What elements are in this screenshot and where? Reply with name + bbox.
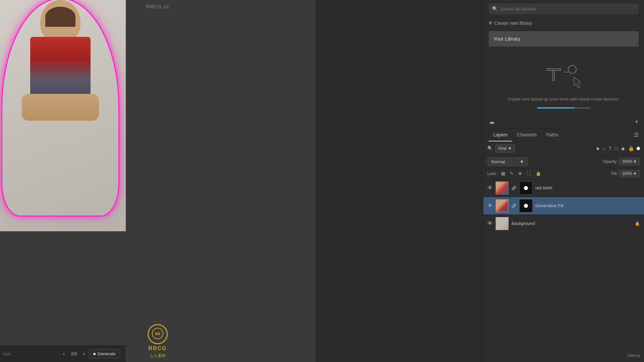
prompt-input[interactable] <box>3 351 59 356</box>
person-photo <box>0 0 126 231</box>
opacity-chevron-icon: ▼ <box>633 159 637 164</box>
more-options-button[interactable]: ... <box>122 349 126 358</box>
visibility-eye-icon[interactable]: 👁 <box>487 185 493 191</box>
fill-value-text: 100% <box>622 171 632 176</box>
search-input[interactable] <box>500 6 635 11</box>
progress-bar-fill <box>537 107 575 109</box>
person-arms <box>22 94 99 121</box>
lock-fill-row: Lock: ▩ ✎ ✥ ⛶ 🔒 Fill: 100% ▼ <box>483 168 644 179</box>
kind-label: Kind <box>498 146 506 151</box>
layer-mask-thumbnail <box>519 199 533 213</box>
fill-control: Fill: 100% ▼ <box>611 170 640 177</box>
layers-list: 👁 🔗 red tshirt 👁 🔗 Generative Fill 👁 Bac… <box>483 179 644 362</box>
create-library-label: Create new library <box>494 20 533 26</box>
blend-mode-dropdown[interactable]: Normal ▼ <box>487 158 528 166</box>
fill-label: Fill: <box>611 171 618 176</box>
link-icon: 🔗 <box>512 186 517 190</box>
tab-channels[interactable]: Channels <box>512 129 541 141</box>
empty-state: Inspire and speed up your work with read… <box>483 50 644 115</box>
layer-name: red tshirt <box>535 185 640 190</box>
kind-chevron-icon: ▼ <box>508 146 512 151</box>
next-page-button[interactable]: › <box>81 349 87 358</box>
canvas-area: RRCG.cn ‹ 2/3 › ■ Generate ... <box>0 0 315 362</box>
opacity-value-text: 100% <box>622 159 632 164</box>
rrcg-tagline: 人人素材 <box>150 353 166 359</box>
kind-dropdown[interactable]: Kind ▼ <box>495 144 515 153</box>
lock-all-icon[interactable]: 🔒 <box>534 170 542 177</box>
udemy-badge: Ûdemy <box>627 353 640 358</box>
layer-thumbnail <box>495 199 509 213</box>
visibility-eye-icon[interactable]: 👁 <box>487 203 493 209</box>
rrcg-brand: RRCG <box>148 346 167 352</box>
rrcg-logo: RR <box>148 324 168 344</box>
layer-item[interactable]: 👁 🔗 red tshirt <box>483 179 644 197</box>
svg-marker-6 <box>574 77 581 88</box>
udemy-text: Ûdemy <box>627 353 640 358</box>
generate-label: Generate <box>98 351 116 356</box>
your-library-title: Your Library <box>493 36 520 42</box>
filter-shape-icon[interactable]: □ <box>614 145 619 152</box>
opacity-control: Opacity: 100% ▼ <box>603 158 640 165</box>
opacity-label: Opacity: <box>603 159 618 164</box>
person-figure <box>3 0 117 215</box>
layer-item[interactable]: 👁 Background 🔒 <box>483 215 644 233</box>
layers-section: Layers Channels Paths ☰ 🔍 Kind ▼ ■ ○ T □… <box>483 129 644 362</box>
rrcg-logo-letters: RR <box>152 327 164 341</box>
opacity-value[interactable]: 100% ▼ <box>619 158 640 165</box>
svg-point-4 <box>568 65 576 73</box>
panel-menu-button[interactable]: ☰ <box>634 132 639 138</box>
rrcg-watermark: RR RRCG 人人素材 <box>148 324 168 359</box>
create-library-button[interactable]: + Create new library <box>489 17 532 28</box>
search-bar: 🔍 <box>489 3 639 14</box>
blend-opacity-row: Normal ▼ Opacity: 100% ▼ <box>483 156 644 168</box>
generate-icon: ■ <box>93 351 96 356</box>
middle-canvas <box>315 0 483 362</box>
layer-name: Generative Fill <box>535 203 640 208</box>
filter-adjust-icon[interactable]: ○ <box>602 145 606 152</box>
watermark-text: RRCG.cn <box>0 4 315 9</box>
filter-pixel-icon[interactable]: ■ <box>596 145 600 152</box>
canvas-image: ‹ 2/3 › ■ Generate ... <box>0 0 126 362</box>
blend-chevron-icon: ▼ <box>520 159 524 164</box>
svg-rect-3 <box>553 70 554 80</box>
svg-text:RR: RR <box>155 332 160 336</box>
fill-value[interactable]: 100% ▼ <box>619 170 640 177</box>
empty-state-text: Inspire and speed up your work with read… <box>508 96 620 103</box>
plus-icon: + <box>489 19 492 26</box>
lock-label: Lock: <box>487 171 497 176</box>
filter-dot-icon <box>637 147 640 150</box>
layer-name: Background <box>512 221 632 226</box>
tab-layers[interactable]: Layers <box>489 129 512 141</box>
lock-paint-icon[interactable]: ✎ <box>508 170 515 177</box>
tab-paths[interactable]: Paths <box>541 129 563 141</box>
empty-state-icon <box>544 60 584 90</box>
filter-icons: ■ ○ T □ ◆ 🔒 <box>596 145 640 152</box>
filter-text-icon[interactable]: T <box>608 145 612 152</box>
visibility-eye-icon[interactable]: 👁 <box>487 221 493 227</box>
filter-smart-icon[interactable]: ◆ <box>621 145 626 152</box>
cloud-icon[interactable]: ☁ <box>489 118 495 125</box>
prev-page-button[interactable]: ‹ <box>61 349 67 358</box>
library-add-icon[interactable]: + <box>635 118 639 126</box>
filter-lock-icon[interactable]: 🔒 <box>628 145 635 152</box>
generation-toolbar: ‹ 2/3 › ■ Generate ... <box>0 345 126 362</box>
your-library-card[interactable]: Your Library <box>489 31 639 47</box>
lock-pixels-icon[interactable]: ▩ <box>500 170 506 177</box>
blend-mode-label: Normal <box>491 159 505 164</box>
lock-icons-group: ▩ ✎ ✥ ⛶ 🔒 <box>500 170 542 177</box>
page-indicator: 2/3 <box>69 351 79 356</box>
lock-artboard-icon[interactable]: ⛶ <box>525 170 532 177</box>
layer-lock-badge: 🔒 <box>635 221 640 226</box>
layer-item[interactable]: 👁 🔗 Generative Fill <box>483 197 644 215</box>
fill-chevron-icon: ▼ <box>633 171 637 176</box>
generate-button[interactable]: ■ Generate <box>89 349 120 358</box>
layers-tabs: Layers Channels Paths ☰ <box>483 129 644 142</box>
right-panel: 🔍 + Create new library Your Library Insp… <box>483 0 644 362</box>
libraries-section: 🔍 + Create new library Your Library <box>483 0 644 50</box>
layer-thumbnail <box>495 217 509 230</box>
lock-move-icon[interactable]: ✥ <box>517 170 523 177</box>
filter-search-icon: 🔍 <box>487 146 493 151</box>
progress-bar <box>537 107 591 109</box>
search-icon: 🔍 <box>492 6 498 11</box>
library-actions-row: ☁ + <box>483 115 644 129</box>
